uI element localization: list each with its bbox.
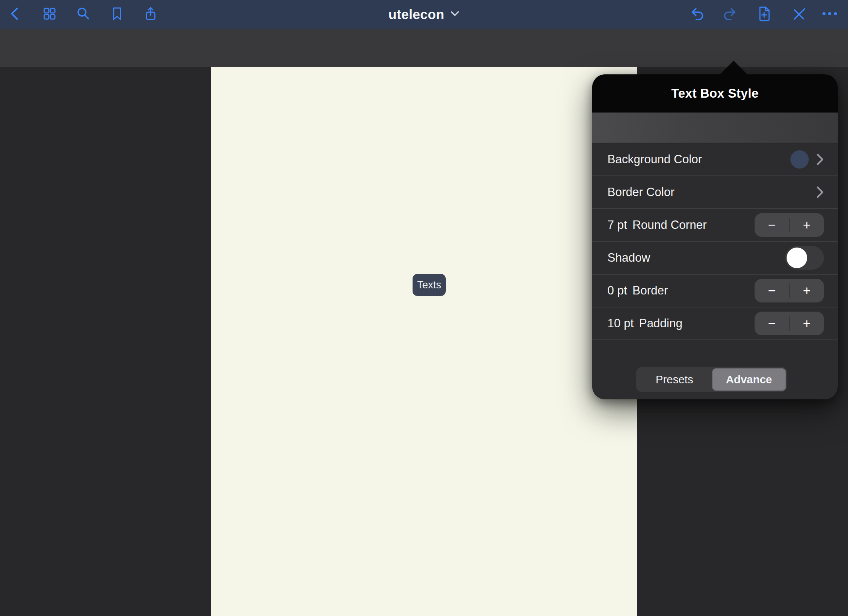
- grid-icon: [41, 5, 58, 22]
- search-icon: [75, 5, 92, 22]
- padding-minus-button[interactable]: −: [755, 312, 789, 335]
- text-box-style-popover: Text Box Style Background Color Border C…: [592, 74, 838, 399]
- top-navigation-bar: utelecon: [0, 0, 848, 29]
- document-title: utelecon: [389, 7, 444, 22]
- share-icon: [142, 5, 159, 22]
- padding-plus-button[interactable]: +: [790, 312, 824, 335]
- pen-disable-button[interactable]: [789, 4, 808, 24]
- row-round-corner: 7 pt Round Corner − +: [592, 209, 838, 242]
- round-corner-plus-button[interactable]: +: [790, 213, 824, 237]
- row-label: Background Color: [607, 153, 702, 166]
- row-border-color[interactable]: Border Color: [592, 176, 838, 209]
- popover-header: Text Box Style: [592, 74, 838, 113]
- round-corner-value: 7 pt: [607, 218, 627, 232]
- shadow-toggle-off[interactable]: [785, 246, 824, 270]
- title-chevron-down-icon: [450, 11, 459, 18]
- row-shadow: Shadow: [592, 242, 838, 275]
- row-padding: 10 pt Padding − +: [592, 307, 838, 340]
- bookmark-icon: [109, 5, 125, 22]
- undo-button[interactable]: [687, 4, 707, 24]
- bookmark-button[interactable]: [107, 4, 127, 24]
- redo-icon: [721, 5, 739, 23]
- document-title-button[interactable]: utelecon: [389, 0, 459, 29]
- padding-value: 10 pt: [607, 317, 634, 330]
- row-label: Shadow: [607, 251, 650, 265]
- redo-button[interactable]: [720, 4, 740, 24]
- row-label: Border Color: [607, 185, 675, 199]
- row-border-width: 0 pt Border − +: [592, 275, 838, 307]
- popover-title: Text Box Style: [671, 86, 758, 101]
- canvas-textbox-text: Texts: [417, 279, 441, 291]
- back-button[interactable]: [5, 4, 25, 24]
- toggle-knob: [787, 248, 807, 268]
- border-width-value: 0 pt: [607, 284, 627, 298]
- popover-arrow: [720, 61, 748, 75]
- tab-advance[interactable]: Advance: [712, 368, 787, 391]
- border-stepper: − +: [755, 279, 824, 302]
- style-preview-strip: [592, 113, 838, 143]
- row-background-color[interactable]: Background Color: [592, 143, 838, 176]
- canvas-textbox[interactable]: Texts: [413, 274, 446, 296]
- row-label: Round Corner: [633, 218, 707, 232]
- add-page-icon: [755, 5, 773, 23]
- add-page-button[interactable]: [754, 4, 774, 24]
- more-options-button[interactable]: [820, 4, 840, 24]
- round-corner-stepper: − +: [755, 213, 824, 237]
- border-plus-button[interactable]: +: [790, 279, 824, 302]
- chevron-right-icon: [816, 185, 824, 199]
- note-page[interactable]: [211, 67, 637, 616]
- background-color-dot-swatch: [790, 150, 809, 169]
- row-label: Padding: [639, 317, 683, 330]
- search-button[interactable]: [73, 4, 93, 24]
- presets-advance-segmented-control: Presets Advance: [636, 367, 787, 392]
- undo-icon: [688, 5, 706, 23]
- share-button[interactable]: [141, 4, 161, 24]
- pen-crossed-icon: [790, 5, 807, 23]
- page-thumbnails-button[interactable]: [40, 4, 59, 24]
- ellipsis-icon: [821, 5, 839, 22]
- chevron-right-icon: [816, 153, 824, 166]
- round-corner-minus-button[interactable]: −: [755, 213, 789, 237]
- back-chevron-icon: [7, 5, 24, 22]
- row-label: Border: [633, 284, 668, 298]
- tab-presets[interactable]: Presets: [637, 368, 712, 391]
- notes-app-window: utelecon: [0, 0, 848, 616]
- border-minus-button[interactable]: −: [755, 279, 789, 302]
- padding-stepper: − +: [755, 312, 824, 335]
